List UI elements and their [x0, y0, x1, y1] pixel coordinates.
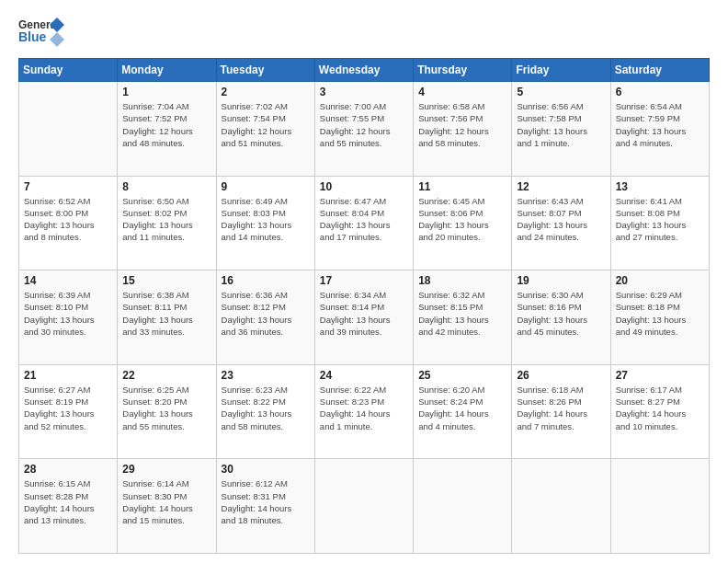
day-info: Sunrise: 6:38 AMSunset: 8:11 PMDaylight:…	[122, 289, 210, 338]
calendar-week-row: 28Sunrise: 6:15 AMSunset: 8:28 PMDayligh…	[19, 459, 710, 554]
day-info: Sunrise: 6:39 AMSunset: 8:10 PMDaylight:…	[24, 289, 112, 338]
day-number: 28	[24, 463, 112, 476]
calendar-cell: 9Sunrise: 6:49 AMSunset: 8:03 PMDaylight…	[216, 176, 314, 270]
day-info: Sunrise: 6:41 AMSunset: 8:08 PMDaylight:…	[616, 195, 704, 244]
svg-text:Blue: Blue	[18, 29, 47, 44]
day-number: 3	[320, 86, 408, 98]
calendar-cell	[19, 82, 118, 177]
logo: General Blue	[18, 14, 69, 51]
calendar-cell: 25Sunrise: 6:20 AMSunset: 8:24 PMDayligh…	[414, 364, 512, 459]
calendar-week-row: 7Sunrise: 6:52 AMSunset: 8:00 PMDaylight…	[19, 176, 710, 270]
calendar-cell: 24Sunrise: 6:22 AMSunset: 8:23 PMDayligh…	[314, 364, 413, 459]
day-info: Sunrise: 6:17 AMSunset: 8:27 PMDaylight:…	[616, 384, 704, 432]
calendar-week-row: 1Sunrise: 7:04 AMSunset: 7:52 PMDaylight…	[19, 82, 710, 177]
day-number: 9	[222, 180, 310, 193]
calendar-cell: 14Sunrise: 6:39 AMSunset: 8:10 PMDayligh…	[19, 270, 118, 365]
day-info: Sunrise: 7:00 AMSunset: 7:55 PMDaylight:…	[320, 100, 408, 149]
day-number: 19	[517, 274, 605, 287]
day-info: Sunrise: 6:30 AMSunset: 8:16 PMDaylight:…	[517, 289, 605, 338]
calendar-cell	[414, 459, 512, 554]
day-info: Sunrise: 6:50 AMSunset: 8:02 PMDaylight:…	[122, 195, 210, 244]
header: General Blue	[18, 14, 710, 51]
calendar-cell: 8Sunrise: 6:50 AMSunset: 8:02 PMDaylight…	[118, 176, 216, 270]
day-info: Sunrise: 6:20 AMSunset: 8:24 PMDaylight:…	[418, 384, 506, 432]
calendar-cell: 19Sunrise: 6:30 AMSunset: 8:16 PMDayligh…	[512, 270, 610, 365]
calendar-cell: 12Sunrise: 6:43 AMSunset: 8:07 PMDayligh…	[512, 176, 610, 270]
calendar-cell: 5Sunrise: 6:56 AMSunset: 7:58 PMDaylight…	[512, 82, 610, 177]
calendar-cell: 29Sunrise: 6:14 AMSunset: 8:30 PMDayligh…	[118, 459, 216, 554]
calendar-cell: 28Sunrise: 6:15 AMSunset: 8:28 PMDayligh…	[19, 459, 118, 554]
calendar-cell: 7Sunrise: 6:52 AMSunset: 8:00 PMDaylight…	[19, 176, 118, 270]
calendar-cell	[610, 459, 709, 554]
calendar-cell: 2Sunrise: 7:02 AMSunset: 7:54 PMDaylight…	[216, 82, 314, 177]
calendar-cell: 15Sunrise: 6:38 AMSunset: 8:11 PMDayligh…	[118, 270, 216, 365]
calendar-cell: 4Sunrise: 6:58 AMSunset: 7:56 PMDaylight…	[414, 82, 512, 177]
calendar-cell: 30Sunrise: 6:12 AMSunset: 8:31 PMDayligh…	[216, 459, 314, 554]
calendar-week-row: 21Sunrise: 6:27 AMSunset: 8:19 PMDayligh…	[19, 364, 710, 459]
calendar-cell: 23Sunrise: 6:23 AMSunset: 8:22 PMDayligh…	[216, 364, 314, 459]
calendar-cell: 21Sunrise: 6:27 AMSunset: 8:19 PMDayligh…	[19, 364, 118, 459]
calendar-day-header: Wednesday	[314, 59, 413, 82]
calendar-day-header: Sunday	[19, 59, 118, 82]
calendar-cell: 3Sunrise: 7:00 AMSunset: 7:55 PMDaylight…	[314, 82, 413, 177]
day-info: Sunrise: 6:25 AMSunset: 8:20 PMDaylight:…	[122, 384, 210, 432]
day-info: Sunrise: 6:49 AMSunset: 8:03 PMDaylight:…	[222, 195, 310, 244]
day-number: 2	[222, 86, 310, 98]
calendar-cell: 20Sunrise: 6:29 AMSunset: 8:18 PMDayligh…	[610, 270, 709, 365]
day-number: 25	[418, 369, 506, 382]
day-info: Sunrise: 6:18 AMSunset: 8:26 PMDaylight:…	[517, 384, 605, 432]
day-number: 24	[320, 369, 408, 382]
calendar-cell	[512, 459, 610, 554]
calendar-cell: 27Sunrise: 6:17 AMSunset: 8:27 PMDayligh…	[610, 364, 709, 459]
day-info: Sunrise: 7:02 AMSunset: 7:54 PMDaylight:…	[222, 100, 310, 149]
day-info: Sunrise: 6:54 AMSunset: 7:59 PMDaylight:…	[616, 100, 704, 149]
day-info: Sunrise: 6:14 AMSunset: 8:30 PMDaylight:…	[122, 477, 210, 526]
day-number: 26	[517, 369, 605, 382]
day-info: Sunrise: 6:29 AMSunset: 8:18 PMDaylight:…	[616, 289, 704, 338]
day-number: 27	[616, 369, 704, 382]
day-info: Sunrise: 6:52 AMSunset: 8:00 PMDaylight:…	[24, 195, 112, 244]
svg-marker-3	[50, 32, 64, 47]
page: General Blue SundayMondayTuesdayWednesda…	[0, 0, 728, 563]
day-info: Sunrise: 6:15 AMSunset: 8:28 PMDaylight:…	[24, 477, 112, 526]
calendar-table: SundayMondayTuesdayWednesdayThursdayFrid…	[18, 58, 710, 554]
calendar-cell: 11Sunrise: 6:45 AMSunset: 8:06 PMDayligh…	[414, 176, 512, 270]
day-number: 29	[122, 463, 210, 476]
calendar-cell	[314, 459, 413, 554]
day-info: Sunrise: 6:34 AMSunset: 8:14 PMDaylight:…	[320, 289, 408, 338]
day-number: 5	[517, 86, 605, 98]
day-number: 13	[616, 180, 704, 193]
calendar-day-header: Friday	[512, 59, 610, 82]
day-number: 30	[222, 463, 310, 476]
day-info: Sunrise: 6:32 AMSunset: 8:15 PMDaylight:…	[418, 289, 506, 338]
day-info: Sunrise: 6:22 AMSunset: 8:23 PMDaylight:…	[320, 384, 408, 432]
day-number: 8	[122, 180, 210, 193]
day-info: Sunrise: 6:27 AMSunset: 8:19 PMDaylight:…	[24, 384, 112, 432]
day-number: 22	[122, 369, 210, 382]
day-info: Sunrise: 6:36 AMSunset: 8:12 PMDaylight:…	[222, 289, 310, 338]
day-info: Sunrise: 6:56 AMSunset: 7:58 PMDaylight:…	[517, 100, 605, 149]
day-number: 14	[24, 274, 112, 287]
calendar-cell: 17Sunrise: 6:34 AMSunset: 8:14 PMDayligh…	[314, 270, 413, 365]
day-number: 10	[320, 180, 408, 193]
calendar-day-header: Thursday	[414, 59, 512, 82]
day-number: 16	[222, 274, 310, 287]
day-info: Sunrise: 6:23 AMSunset: 8:22 PMDaylight:…	[222, 384, 310, 432]
calendar-day-header: Saturday	[610, 59, 709, 82]
calendar-cell: 6Sunrise: 6:54 AMSunset: 7:59 PMDaylight…	[610, 82, 709, 177]
calendar-week-row: 14Sunrise: 6:39 AMSunset: 8:10 PMDayligh…	[19, 270, 710, 365]
calendar-cell: 16Sunrise: 6:36 AMSunset: 8:12 PMDayligh…	[216, 270, 314, 365]
day-info: Sunrise: 6:47 AMSunset: 8:04 PMDaylight:…	[320, 195, 408, 244]
day-number: 21	[24, 369, 112, 382]
day-number: 1	[122, 86, 210, 98]
day-number: 12	[517, 180, 605, 193]
calendar-header-row: SundayMondayTuesdayWednesdayThursdayFrid…	[19, 59, 710, 82]
calendar-cell: 22Sunrise: 6:25 AMSunset: 8:20 PMDayligh…	[118, 364, 216, 459]
day-number: 4	[418, 86, 506, 98]
day-number: 17	[320, 274, 408, 287]
day-info: Sunrise: 6:43 AMSunset: 8:07 PMDaylight:…	[517, 195, 605, 244]
day-number: 6	[616, 86, 704, 98]
day-number: 15	[122, 274, 210, 287]
calendar-cell: 1Sunrise: 7:04 AMSunset: 7:52 PMDaylight…	[118, 82, 216, 177]
day-info: Sunrise: 7:04 AMSunset: 7:52 PMDaylight:…	[122, 100, 210, 149]
